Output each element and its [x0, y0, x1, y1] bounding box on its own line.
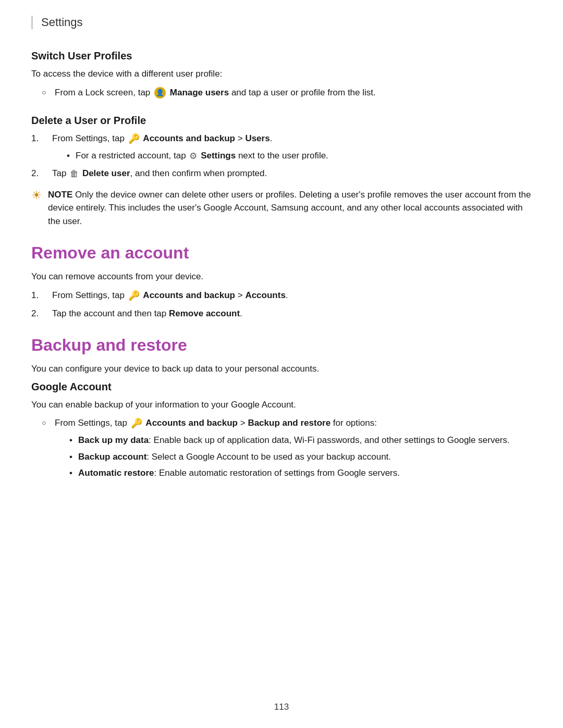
remove-account-section: Remove an account You can remove account…	[31, 243, 532, 320]
back-up-my-data-label: Back up my data	[78, 435, 149, 445]
switch-user-profiles-heading: Switch User Profiles	[31, 50, 532, 62]
google-account-section: Google Account You can enable backup of …	[31, 381, 532, 480]
google-account-options: Back up my data: Enable back up of appli…	[55, 434, 532, 480]
page-number: 113	[0, 702, 563, 712]
switch-user-profiles-intro: To access the device with a different us…	[31, 67, 532, 81]
list-item: From Settings, tap 🔑 Accounts and backup…	[42, 416, 532, 480]
list-item: From Settings, tap 🔑 Accounts and backup…	[47, 132, 532, 163]
delete-user-steps: From Settings, tap 🔑 Accounts and backup…	[31, 132, 532, 181]
accounts-backup-label2: Accounts and backup	[143, 290, 235, 300]
automatic-restore-label: Automatic restore	[78, 468, 154, 478]
delete-user-profile-section: Delete a User or Profile From Settings, …	[31, 115, 532, 228]
gear-icon: ⚙	[189, 150, 197, 163]
note-icon: ☀	[31, 189, 42, 202]
delete-user-profile-heading: Delete a User or Profile	[31, 115, 532, 127]
backup-restore-heading: Backup and restore	[31, 336, 532, 355]
note-content: Only the device owner can delete other u…	[48, 190, 531, 226]
list-item: Backup account: Select a Google Account …	[70, 450, 532, 464]
trash-icon: 🗑	[70, 167, 79, 181]
note-text: NOTE Only the device owner can delete ot…	[48, 188, 532, 228]
remove-account-steps: From Settings, tap 🔑 Accounts and backup…	[31, 289, 532, 320]
accounts-icon: 🔑	[128, 289, 140, 303]
google-account-list: From Settings, tap 🔑 Accounts and backup…	[31, 416, 532, 480]
accounts-icon: 🔑	[128, 132, 140, 146]
list-item: Automatic restore: Enable automatic rest…	[70, 466, 532, 480]
page: Settings Switch User Profiles To access …	[0, 0, 563, 728]
page-header: Settings	[31, 16, 532, 29]
list-item: Back up my data: Enable back up of appli…	[70, 434, 532, 447]
delete-sub-bullets: For a restricted account, tap ⚙ Settings…	[52, 149, 532, 163]
remove-account-heading: Remove an account	[31, 243, 532, 263]
list-item: For a restricted account, tap ⚙ Settings…	[68, 149, 532, 163]
list-item: Tap the account and then tap Remove acco…	[47, 307, 532, 320]
page-header-title: Settings	[41, 16, 83, 29]
backup-restore-intro: You can configure your device to back up…	[31, 362, 532, 376]
list-item: From a Lock screen, tap 👤 Manage users a…	[42, 86, 532, 100]
switch-user-profiles-section: Switch User Profiles To access the devic…	[31, 50, 532, 99]
remove-account-intro: You can remove accounts from your device…	[31, 270, 532, 283]
list-item: Tap 🗑 Delete user, and then confirm when…	[47, 167, 532, 180]
accounts-label: Accounts	[245, 290, 285, 300]
users-label: Users	[245, 133, 270, 143]
settings-label: Settings	[201, 151, 236, 161]
google-account-heading: Google Account	[31, 381, 532, 393]
delete-user-label: Delete user	[82, 168, 130, 178]
manage-users-label: Manage users	[170, 88, 229, 97]
accounts-backup-label3: Accounts and backup	[145, 418, 238, 428]
accounts-backup-label: Accounts and backup	[143, 133, 235, 143]
note-label: NOTE	[48, 190, 72, 200]
google-account-intro: You can enable backup of your informatio…	[31, 398, 532, 412]
list-item: From Settings, tap 🔑 Accounts and backup…	[47, 289, 532, 303]
accounts-icon: 🔑	[131, 416, 142, 430]
backup-restore-sub-label: Backup and restore	[248, 418, 331, 428]
remove-account-label: Remove account	[169, 309, 240, 318]
note-block: ☀ NOTE Only the device owner can delete …	[31, 188, 532, 228]
backup-restore-section: Backup and restore You can configure you…	[31, 336, 532, 480]
backup-account-label: Backup account	[78, 452, 146, 462]
switch-user-profiles-list: From a Lock screen, tap 👤 Manage users a…	[31, 86, 532, 100]
manage-users-icon: 👤	[154, 87, 166, 98]
